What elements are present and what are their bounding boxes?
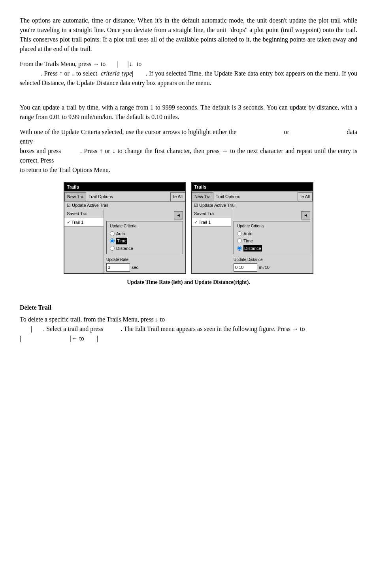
left-title-bar: Trails <box>64 183 185 191</box>
para2-press: . Press ↑ or ↓ to select <box>41 70 97 77</box>
para4-boxes: boxes and press <box>20 147 61 154</box>
right-trail-options-label: Trail Options <box>216 193 240 200</box>
right-radio-time-label: Time <box>243 238 253 244</box>
right-title-bar: Trails <box>192 183 313 191</box>
right-back-btn[interactable]: ◄ <box>301 211 310 219</box>
left-back-btn[interactable]: ◄ <box>174 211 183 219</box>
right-left-panel: Saved Tra ✓ Trail 1 <box>192 210 231 273</box>
right-criteria-box: Update Criteria Auto Time Distance <box>234 221 310 255</box>
left-radio-time[interactable]: Time <box>110 238 179 244</box>
left-rate-box: Update Rate 3 sec <box>106 257 183 272</box>
para2-down: |↓ <box>128 61 132 67</box>
left-radio-distance-label: Distance <box>116 245 133 252</box>
right-radio-auto[interactable]: Auto <box>237 231 307 237</box>
para2-pre: From the Trails Menu, press → to <box>20 61 106 67</box>
left-rate-input[interactable]: 3 <box>106 263 130 272</box>
para2-pipe2: | <box>132 70 133 77</box>
left-criteria-box: Update Criteria Auto Time Distance <box>106 221 183 255</box>
delete-rest1: . Select a trail and press <box>43 325 103 332</box>
left-trail-options-label: Trail Options <box>89 193 113 200</box>
right-rate-input[interactable]: 0.10 <box>234 263 257 272</box>
right-te-all-btn[interactable]: te All <box>298 192 313 201</box>
right-update-active-label: ☑ Update Active Trail <box>194 202 236 209</box>
left-right-panel: ◄ Update Criteria Auto Time Distance <box>104 210 185 273</box>
left-saved-trail[interactable]: Saved Tra <box>64 210 104 218</box>
delete-pipe2: | <box>20 335 21 342</box>
left-right-header: ◄ <box>106 211 183 219</box>
para4-period: . Press ↑ or ↓ to change the first chara… <box>20 147 357 164</box>
para2-criteria: criteria type <box>101 70 132 77</box>
left-radio-auto-label: Auto <box>116 231 125 237</box>
left-update-active[interactable]: ☑ Update Active Trail <box>64 202 185 209</box>
left-trail1[interactable]: ✓ Trail 1 <box>64 218 104 227</box>
left-radio-auto-input[interactable] <box>110 231 115 236</box>
left-rate-unit: sec <box>132 264 138 271</box>
right-update-active[interactable]: ☑ Update Active Trail <box>192 202 313 209</box>
left-update-active-label: ☑ Update Active Trail <box>67 202 108 209</box>
right-rate-input-row: 0.10 mi/10 <box>234 263 310 272</box>
paragraph-1: The options are automatic, time or dista… <box>20 16 357 54</box>
left-main-row: Saved Tra ✓ Trail 1 ◄ Update Criteria Au… <box>64 210 185 273</box>
left-top-row: New Tra Trail Options te All <box>64 192 185 202</box>
right-radio-distance[interactable]: Distance <box>237 245 307 252</box>
right-radio-time-input[interactable] <box>237 238 242 243</box>
right-saved-trail[interactable]: Saved Tra <box>192 210 231 218</box>
left-trail-options[interactable]: Trail Options <box>86 192 115 201</box>
para2-to: to <box>137 61 141 67</box>
delete-paragraph: To delete a specific trail, from the Tra… <box>20 315 357 343</box>
right-top-row: New Tra Trail Options te All <box>192 192 313 202</box>
left-rate-input-row: 3 sec <box>106 263 183 272</box>
paragraph-3: You can update a trail by time, with a r… <box>20 103 357 122</box>
para4-or: or <box>284 129 289 135</box>
left-menu-area: New Tra Trail Options te All ☑ Update Ac… <box>64 191 185 210</box>
delete-para1: To delete a specific trail, from the Tra… <box>20 316 165 323</box>
right-main-row: Saved Tra ✓ Trail 1 ◄ Update Criteria Au… <box>192 210 313 273</box>
caption: Update Time Rate (left) and Update Dista… <box>20 278 357 286</box>
left-radio-distance-input[interactable] <box>110 246 115 251</box>
right-trail1[interactable]: ✓ Trail 1 <box>192 218 231 227</box>
left-radio-distance[interactable]: Distance <box>110 245 179 252</box>
right-right-panel: ◄ Update Criteria Auto Time Distance <box>231 210 313 273</box>
right-new-trail-btn[interactable]: New Tra <box>192 192 213 201</box>
left-new-trail-btn[interactable]: New Tra <box>64 192 86 201</box>
right-rate-box: Update Distance 0.10 mi/10 <box>234 257 310 272</box>
paragraph-4: With one of the Update Criteria selected… <box>20 127 357 175</box>
left-screenshot: Trails New Tra Trail Options te All ☑ Up… <box>64 182 186 274</box>
right-rate-title: Update Distance <box>234 257 310 263</box>
right-right-header: ◄ <box>234 211 310 219</box>
left-criteria-title: Update Criteria <box>110 223 179 229</box>
right-trail-options[interactable]: Trail Options <box>213 192 243 201</box>
right-criteria-title: Update Criteria <box>237 223 307 229</box>
screenshots-container: Trails New Tra Trail Options te All ☑ Up… <box>20 182 357 274</box>
delete-trail-heading: Delete Trail <box>20 303 357 312</box>
left-radio-time-label: Time <box>116 238 127 244</box>
right-radio-time[interactable]: Time <box>237 238 307 244</box>
delete-pipe3: | <box>97 335 98 342</box>
delete-pipe1: | <box>31 325 32 332</box>
left-rate-title: Update Rate <box>106 257 183 263</box>
left-te-all-btn[interactable]: te All <box>170 192 185 201</box>
left-radio-time-input[interactable] <box>110 238 115 243</box>
right-radio-distance-input[interactable] <box>237 246 242 251</box>
right-screenshot: Trails New Tra Trail Options te All ☑ Up… <box>191 182 313 274</box>
paragraph-2: From the Trails Menu, press → to | |↓ to… <box>20 59 357 88</box>
right-rate-unit: mi/10 <box>259 264 270 271</box>
right-radio-auto-input[interactable] <box>237 231 242 236</box>
right-menu-area: New Tra Trail Options te All ☑ Update Ac… <box>192 191 313 210</box>
left-radio-auto[interactable]: Auto <box>110 231 179 237</box>
para2-pipe: | <box>117 61 118 67</box>
left-left-panel: Saved Tra ✓ Trail 1 <box>64 210 104 273</box>
right-radio-distance-label: Distance <box>243 245 262 252</box>
right-radio-auto-label: Auto <box>243 231 253 237</box>
para4-return: to return to the Trail Options Menu. <box>20 166 110 173</box>
delete-rest2: . The Edit Trail menu appears as seen in… <box>121 325 305 332</box>
delete-left: |← to <box>70 335 84 342</box>
para4-pre: With one of the Update Criteria selected… <box>20 129 236 135</box>
